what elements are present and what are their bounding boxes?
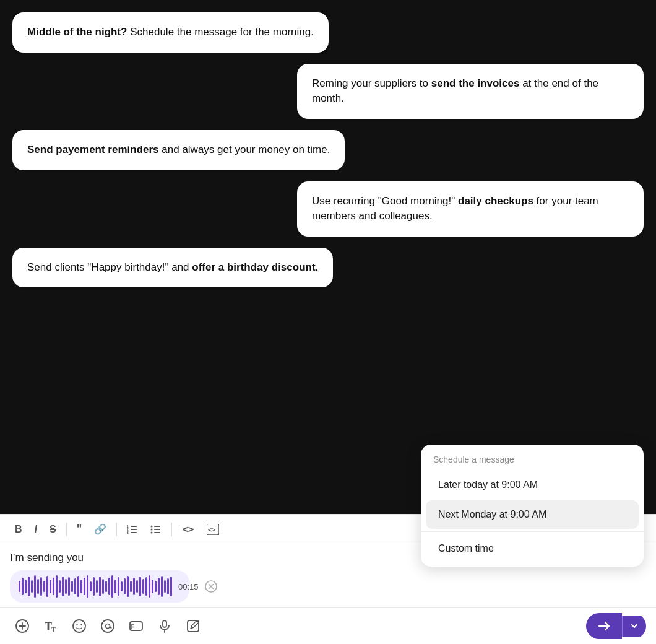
svg-point-8 [151, 528, 153, 530]
schedule-option-later-today[interactable]: Later today at 9:00 AM [426, 471, 639, 499]
svg-point-24 [80, 624, 82, 625]
strikethrough-button[interactable]: S [45, 521, 61, 538]
toolbar-divider-2 [116, 523, 117, 536]
unordered-list-button[interactable] [145, 521, 166, 538]
edit-button[interactable] [181, 616, 205, 637]
schedule-option-next-monday[interactable]: Next Monday at 9:00 AM [426, 500, 639, 529]
quote-button[interactable]: " [72, 520, 87, 539]
bubble-4: Use recurring "Good morning!" daily chec… [297, 181, 644, 237]
svg-point-6 [151, 525, 153, 527]
add-button[interactable] [10, 616, 35, 637]
toolbar-divider-3 [171, 523, 172, 536]
svg-rect-0 [131, 526, 137, 527]
send-chevron-button[interactable] [622, 616, 646, 637]
italic-button[interactable]: I [30, 521, 42, 538]
svg-rect-9 [154, 529, 160, 530]
toolbar-divider-1 [66, 523, 67, 536]
schedule-option-custom-time[interactable]: Custom time [426, 534, 639, 565]
mention-button[interactable] [95, 616, 120, 637]
svg-rect-7 [154, 526, 160, 527]
schedule-title: Schedule a message [421, 445, 644, 469]
send-group [586, 613, 646, 639]
waveform [19, 575, 172, 598]
bottom-bar: TT [0, 607, 656, 644]
svg-point-25 [101, 620, 114, 632]
svg-text:T: T [51, 625, 56, 633]
link-button[interactable]: 🔗 [89, 520, 111, 538]
svg-text:3: 3 [127, 531, 129, 534]
bold-button[interactable]: B [10, 521, 27, 538]
audio-button[interactable] [152, 616, 177, 637]
bubble-1: Middle of the night? Schedule the messag… [12, 12, 329, 53]
voice-message: 00:15 [10, 570, 189, 603]
text-format-button[interactable]: TT [38, 616, 63, 637]
svg-rect-1 [131, 529, 137, 530]
waveform-bar [19, 581, 20, 592]
svg-point-10 [151, 531, 153, 533]
code-button[interactable]: <> [177, 520, 199, 538]
ordered-list-button[interactable]: 123 [122, 521, 143, 538]
bubble-3: Send payement reminders and always get y… [12, 130, 345, 170]
schedule-dropdown: Schedule a message Later today at 9:00 A… [421, 445, 644, 567]
voice-duration: 00:15 [178, 582, 199, 591]
svg-point-22 [73, 620, 85, 632]
svg-point-26 [106, 624, 110, 629]
svg-rect-2 [131, 532, 137, 533]
voice-close-button[interactable] [205, 580, 217, 593]
svg-point-23 [76, 624, 77, 625]
code-block-button[interactable]: <> [202, 521, 224, 538]
bubble-2: Reming your suppliers to send the invoic… [297, 64, 644, 119]
svg-text:<>: <> [208, 526, 215, 533]
svg-rect-27 [130, 622, 142, 630]
emoji-button[interactable] [67, 616, 92, 637]
gif-button[interactable] [124, 616, 149, 637]
svg-rect-11 [154, 532, 160, 533]
schedule-divider [421, 531, 644, 532]
svg-rect-31 [188, 620, 199, 632]
send-button[interactable] [586, 613, 622, 639]
svg-rect-29 [163, 620, 166, 627]
bubble-5: Send clients "Happy birthday!" and offer… [12, 248, 333, 288]
